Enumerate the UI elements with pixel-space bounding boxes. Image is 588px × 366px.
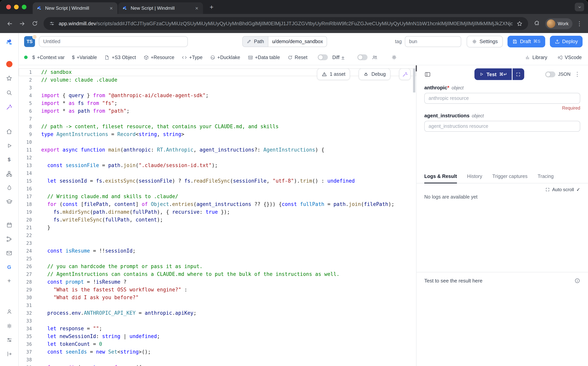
runs-icon[interactable] <box>5 142 13 150</box>
site-info-icon[interactable] <box>49 21 55 26</box>
line-number[interactable]: 4 <box>19 92 32 99</box>
expand-sidebar-icon[interactable] <box>5 350 13 358</box>
test-button[interactable]: Test ⌘↵ <box>474 68 512 80</box>
editor-scrollbar[interactable] <box>413 68 415 92</box>
line-number[interactable]: 7 <box>19 115 32 123</box>
resources-icon[interactable] <box>5 170 13 178</box>
line-number[interactable]: 34 <box>19 325 32 333</box>
forward-button[interactable] <box>16 18 28 29</box>
line-number[interactable]: 25 <box>19 255 32 263</box>
favorites-star-icon[interactable] <box>5 74 13 82</box>
minimize-window-button[interactable] <box>14 5 19 9</box>
add-variable-button[interactable]: $+Variable <box>72 55 97 60</box>
code-line[interactable]: 32 process.env.ANTHROPIC_API_KEY = anthr… <box>19 309 416 317</box>
code-line[interactable]: 5import * as fs from "fs"; <box>19 99 416 107</box>
line-number[interactable]: 38 <box>19 356 32 364</box>
back-button[interactable] <box>4 18 16 29</box>
line-number[interactable]: 6 <box>19 107 32 115</box>
code-line[interactable]: 30 "What did I ask you before?" <box>19 294 416 302</box>
code-line[interactable]: 20 fs.writeFileSync(fullPath, content); <box>19 216 416 224</box>
line-number[interactable]: 24 <box>19 247 32 255</box>
line-number[interactable]: 8 <box>19 123 32 130</box>
code-line[interactable]: 36 let tokenCount = 0 <box>19 340 416 348</box>
add-icon[interactable]: + <box>5 277 13 285</box>
code-line[interactable]: 16 <box>19 185 416 193</box>
settings-button[interactable]: Settings <box>467 36 503 47</box>
agent-instructions-resource-input[interactable] <box>424 121 580 132</box>
line-number[interactable]: 35 <box>19 333 32 340</box>
reload-button[interactable] <box>29 18 40 29</box>
user-icon[interactable] <box>5 308 13 315</box>
plus-minus-icon[interactable]: ± <box>341 54 344 61</box>
line-number[interactable]: 37 <box>19 348 32 356</box>
google-icon[interactable]: G <box>5 263 13 271</box>
windmill-logo[interactable] <box>5 38 13 46</box>
mail-icon[interactable] <box>5 249 13 257</box>
code-line[interactable]: 24 const isResume = !!sessionId; <box>19 247 416 255</box>
fullscreen-button[interactable] <box>513 68 524 80</box>
code-line[interactable]: 23 <box>19 239 416 247</box>
ai-assistant-button[interactable] <box>399 68 411 80</box>
code-line[interactable]: 3 <box>19 84 416 92</box>
summary-input[interactable] <box>39 36 188 47</box>
code-line[interactable]: 18 for (const [filePath, content] of Obj… <box>19 200 416 208</box>
bookmark-star-icon[interactable] <box>517 20 523 27</box>
json-toggle[interactable] <box>545 71 555 77</box>
home-icon[interactable] <box>5 127 13 135</box>
line-number[interactable]: 3 <box>19 84 32 92</box>
add-data-table-button[interactable]: +Data table <box>248 55 280 60</box>
add-type-button[interactable]: +Type <box>182 55 203 60</box>
code-line[interactable]: 28 const prompt = !isResume ? <box>19 278 416 286</box>
line-number[interactable]: 5 <box>19 99 32 107</box>
code-line[interactable]: 15 let sessionId = fs.existsSync(session… <box>19 177 416 185</box>
line-number[interactable]: 21 <box>19 224 32 232</box>
code-line[interactable]: 21 } <box>19 224 416 232</box>
library-button[interactable]: Library <box>525 55 547 60</box>
add-s3-object-button[interactable]: +S3 Object <box>104 55 136 60</box>
line-number[interactable]: 33 <box>19 317 32 325</box>
line-number[interactable]: 28 <box>19 278 32 286</box>
code-line[interactable]: 10 <box>19 138 416 146</box>
new-tab-button[interactable]: + <box>207 2 216 12</box>
line-number[interactable]: 32 <box>19 309 32 317</box>
tab-tracing[interactable]: Tracing <box>538 174 554 183</box>
line-number[interactable]: 15 <box>19 177 32 185</box>
line-number[interactable]: 9 <box>19 130 32 138</box>
code-line[interactable]: 9type AgentInstructions = Record<string,… <box>19 130 416 138</box>
code-line[interactable]: 8// path -> content, fileset resource, t… <box>19 123 416 130</box>
code-line[interactable]: 29 "What is the fastest OSS workflow eng… <box>19 286 416 294</box>
panel-menu-icon[interactable]: ⋮ <box>574 71 580 78</box>
line-number[interactable]: 11 <box>19 146 32 154</box>
users-icon[interactable] <box>372 54 377 60</box>
code-line[interactable]: 11export async function main(anthropic: … <box>19 146 416 154</box>
line-number[interactable]: 2 <box>19 76 32 84</box>
anthropic-resource-input[interactable] <box>424 93 580 104</box>
line-number[interactable]: 13 <box>19 162 32 169</box>
line-number[interactable]: 31 <box>19 302 32 309</box>
ducklake-icon[interactable] <box>5 184 13 191</box>
line-number[interactable]: 16 <box>19 185 32 193</box>
code-line[interactable]: 12 <box>19 154 416 162</box>
code-editor[interactable]: 1// sandbox2// volume: claude .claude34i… <box>19 65 416 366</box>
vscode-button[interactable]: VScode <box>557 55 582 60</box>
assets-button[interactable]: 1 asset <box>317 68 350 80</box>
code-line[interactable]: 37 const seenIds = new Set<string>(); <box>19 348 416 356</box>
code-line[interactable]: 39 for await (const msg of query({ <box>19 364 416 366</box>
line-number[interactable]: 10 <box>19 138 32 146</box>
tab-history[interactable]: History <box>467 174 482 183</box>
code-line[interactable]: 31 <box>19 302 416 309</box>
add-resource-button[interactable]: +Resource <box>143 55 174 60</box>
code-line[interactable]: 6import * as path from "path"; <box>19 107 416 115</box>
workspace-indicator-icon[interactable] <box>5 60 13 68</box>
deploy-button[interactable]: Deploy <box>550 36 583 47</box>
line-number[interactable]: 29 <box>19 286 32 294</box>
code-line[interactable]: 14 <box>19 169 416 177</box>
address-bar[interactable]: app.windmill.dev/scripts/add#JTdCJTIyaGF… <box>44 17 528 30</box>
line-number[interactable]: 12 <box>19 154 32 162</box>
add-ducklake-button[interactable]: +Ducklake <box>210 55 240 60</box>
search-icon[interactable] <box>5 89 13 96</box>
collab-toggle[interactable] <box>357 54 367 60</box>
code-line[interactable]: 19 fs.mkdirSync(path.dirname(fullPath), … <box>19 208 416 216</box>
browser-profile-chip[interactable]: Work <box>545 18 572 29</box>
schedules-icon[interactable] <box>5 221 13 229</box>
